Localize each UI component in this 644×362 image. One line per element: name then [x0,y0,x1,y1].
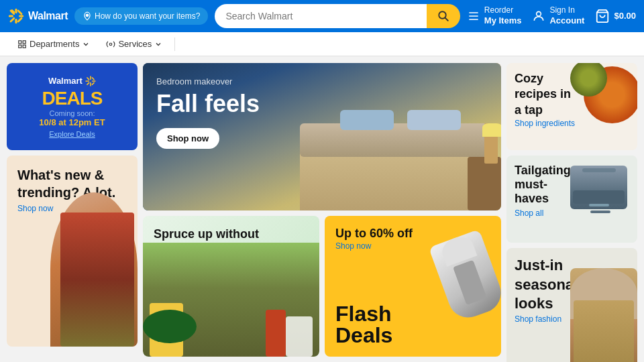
center-bottom: Spruce up without splurging Shop now Up … [143,216,501,357]
flash-deals-card: Up to 60% off Shop now Flash Deals [325,216,501,357]
seasonal-shop-link[interactable]: Shop fashion [515,314,561,324]
person-shape [50,192,138,347]
svg-rect-0 [15,9,17,13]
trending-figure [50,192,138,347]
svg-line-7 [11,18,14,21]
search-button[interactable] [427,4,460,28]
svg-line-6 [18,11,21,14]
cart-icon [595,9,610,23]
services-icon [106,40,115,49]
walmart-logo-text: Walmart [28,10,68,22]
fall-feels-title: Fall feels [156,90,260,117]
tailgating-card: Tailgating must-haves Shop all [506,156,637,243]
deals-spark-icon [85,76,96,86]
svg-rect-2 [9,15,13,17]
seasonal-looks-card: Just-in seasonal looks Shop fashion [506,248,637,362]
svg-line-26 [92,82,94,84]
explore-deals-link[interactable]: Explore Deals [49,130,95,138]
fall-feels-card: Bedroom makeover Fall feels Shop now [143,63,501,210]
tailgating-shop-link[interactable]: Shop all [515,208,578,218]
cart-button[interactable]: $0.00 [595,9,636,23]
spruce-card: Spruce up without splurging Shop now [143,216,319,357]
tailgating-title: Tailgating must-haves [515,164,578,206]
cozy-food-image [577,63,637,130]
svg-rect-1 [15,19,17,23]
right-column: Cozy recipes in a tap Shop ingredients T… [506,63,637,362]
deals-coming-soon: Coming soon: [50,109,95,117]
flash-deals-text: Deals [335,324,490,346]
flash-shop-link[interactable]: Shop now [335,241,371,251]
flash-up-to-text: Up to 60% off [335,227,413,241]
cooler-image [570,166,631,216]
svg-point-12 [537,11,541,16]
location-icon [83,11,92,21]
header-actions: Reorder My Items Sign In Account $0.00 [467,5,636,27]
chevron-down-icon-2 [154,40,162,48]
logo-area: Walmart [8,8,68,24]
svg-rect-16 [19,45,21,48]
reorder-icon [467,9,480,23]
svg-rect-17 [23,45,25,48]
fall-feels-subtitle: Bedroom makeover [156,76,260,86]
grid-icon [17,40,27,49]
cozy-title: Cozy recipes in a tap [515,71,578,118]
svg-rect-14 [19,40,21,43]
account-icon [532,9,545,23]
location-button[interactable]: How do you want your items? [74,7,208,25]
main-content: Walmart DEALS Coming soon: 10/8 at 12pm … [0,56,644,362]
svg-line-11 [445,18,447,21]
seasonal-person-image [570,268,637,362]
deals-title: DEALS [42,88,103,109]
center-column: Bedroom makeover Fall feels Shop now Spr… [143,63,501,362]
search-input[interactable] [215,4,426,28]
svg-rect-15 [23,40,25,43]
deals-date: 10/8 at 12pm ET [39,117,105,127]
svg-line-24 [92,77,94,79]
svg-point-18 [110,43,113,46]
location-text: How do you want your items? [95,11,200,21]
deals-card: Walmart DEALS Coming soon: 10/8 at 12pm … [7,63,138,150]
fall-feels-content: Bedroom makeover Fall feels Shop now [156,76,260,149]
trending-card: What's new & trending? A lot. Shop now [7,156,138,347]
cozy-shop-link[interactable]: Shop ingredients [515,119,575,128]
account-text: Sign In Account [549,5,584,27]
reorder-text: Reorder My Items [484,5,522,27]
svg-point-9 [86,14,89,17]
search-icon [437,10,449,22]
search-bar [215,4,460,28]
site-header: Walmart How do you want your items? Reor… [0,0,644,32]
left-column: Walmart DEALS Coming soon: 10/8 at 12pm … [7,63,138,362]
nav-divider [174,38,175,51]
tools-bg [143,243,319,357]
svg-line-25 [87,82,89,84]
svg-line-8 [18,18,21,21]
svg-rect-3 [19,15,23,17]
svg-line-23 [87,77,89,79]
flash-title: Flash [335,303,490,324]
walmart-spark-icon [8,8,24,24]
cozy-recipes-card: Cozy recipes in a tap Shop ingredients [506,63,637,150]
nav-services[interactable]: Services [99,32,169,56]
fall-feels-shop-btn[interactable]: Shop now [156,128,219,149]
chevron-down-icon [82,40,90,48]
nav-bar: Departments Services [0,32,644,56]
account-button[interactable]: Sign In Account [532,5,584,27]
nav-departments[interactable]: Departments [11,32,97,56]
deals-walmart-text: Walmart [48,76,83,86]
reorder-button[interactable]: Reorder My Items [467,5,522,27]
